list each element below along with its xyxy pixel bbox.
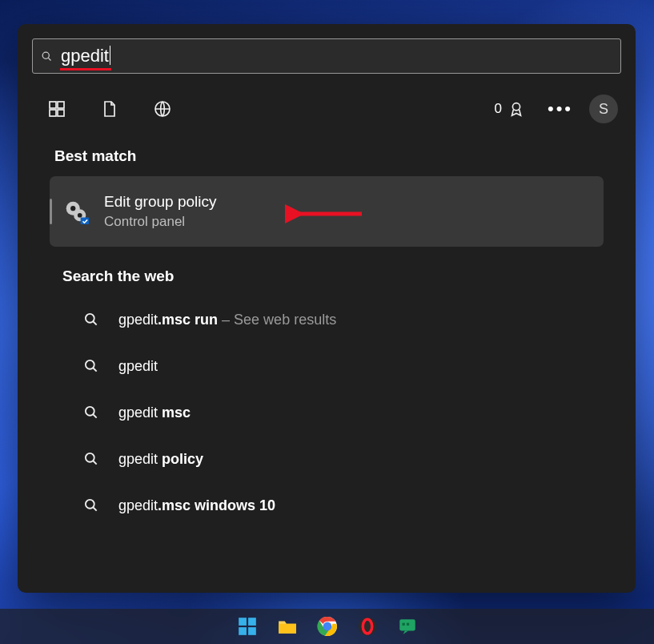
chrome-icon[interactable] xyxy=(317,616,338,637)
web-result[interactable]: gpedit.msc windows 10 xyxy=(48,482,605,529)
best-match-heading: Best match xyxy=(54,147,621,165)
web-result[interactable]: gpedit.msc run – See web results xyxy=(48,296,605,343)
best-match-result[interactable]: Edit group policy Control panel xyxy=(50,176,604,247)
search-icon xyxy=(83,358,99,374)
search-icon xyxy=(83,405,99,421)
start-search-panel: gpedit 0 ••• S Best match Edit group pol… xyxy=(18,24,636,593)
svg-rect-36 xyxy=(406,623,408,626)
annotation-arrow xyxy=(285,203,365,224)
web-result[interactable]: gpedit policy xyxy=(48,436,605,482)
svg-point-20 xyxy=(86,453,94,462)
svg-rect-35 xyxy=(402,623,404,626)
svg-line-17 xyxy=(94,368,97,372)
search-web-heading: Search the web xyxy=(62,268,621,285)
rewards-badge[interactable]: 0 xyxy=(495,100,525,118)
taskbar xyxy=(0,609,654,644)
search-query: gpedit xyxy=(61,46,110,66)
svg-rect-4 xyxy=(50,110,56,116)
result-title: Edit group policy xyxy=(104,193,216,211)
svg-point-0 xyxy=(42,52,49,58)
svg-line-1 xyxy=(48,58,50,60)
svg-rect-3 xyxy=(58,102,64,108)
svg-point-22 xyxy=(86,500,94,509)
svg-point-14 xyxy=(86,314,94,323)
user-avatar[interactable]: S xyxy=(589,95,618,123)
web-result[interactable]: gpedit msc xyxy=(48,389,605,436)
start-button[interactable] xyxy=(237,616,258,637)
opera-icon[interactable] xyxy=(357,616,378,637)
more-icon[interactable]: ••• xyxy=(543,99,578,119)
search-icon xyxy=(83,451,99,467)
annotation-underline xyxy=(60,68,111,70)
svg-line-19 xyxy=(94,415,97,418)
file-explorer-icon[interactable] xyxy=(277,616,298,637)
search-icon xyxy=(83,497,99,513)
search-icon xyxy=(41,50,53,62)
filter-web[interactable] xyxy=(141,93,184,125)
svg-rect-25 xyxy=(248,618,256,626)
filter-apps[interactable] xyxy=(35,93,78,125)
svg-rect-27 xyxy=(248,627,256,635)
result-subtitle: Control panel xyxy=(104,214,216,230)
svg-rect-12 xyxy=(81,218,89,225)
svg-rect-2 xyxy=(50,102,56,108)
svg-rect-24 xyxy=(239,618,247,626)
filter-documents[interactable] xyxy=(88,93,131,125)
svg-line-23 xyxy=(94,508,97,511)
svg-rect-28 xyxy=(279,624,296,634)
svg-point-11 xyxy=(78,213,82,218)
svg-rect-5 xyxy=(58,110,64,116)
svg-point-18 xyxy=(86,407,94,416)
svg-line-21 xyxy=(94,461,97,465)
svg-point-10 xyxy=(70,206,75,211)
svg-point-16 xyxy=(86,360,94,369)
filter-bar: 0 ••• S xyxy=(32,85,621,133)
text-caret xyxy=(110,46,111,65)
web-result[interactable]: gpedit xyxy=(48,343,605,389)
search-input[interactable]: gpedit xyxy=(32,38,621,74)
search-icon xyxy=(83,312,99,328)
web-results: Search the web gpedit.msc run – See web … xyxy=(32,268,621,529)
svg-line-15 xyxy=(94,322,97,325)
chat-icon[interactable] xyxy=(397,616,418,637)
svg-point-7 xyxy=(512,103,520,111)
gear-icon xyxy=(62,198,90,225)
svg-rect-26 xyxy=(239,627,247,635)
